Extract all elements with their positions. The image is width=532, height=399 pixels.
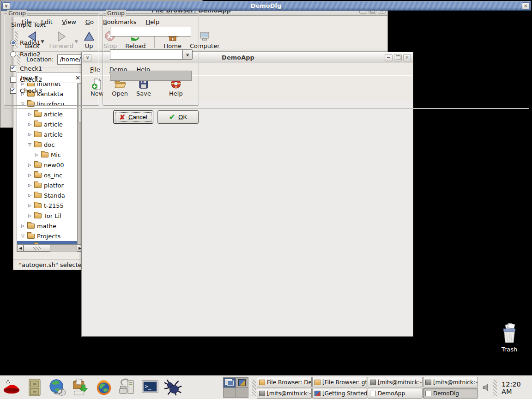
expander-icon[interactable] (28, 173, 34, 177)
radio2-row[interactable]: Radio2 (10, 50, 41, 58)
taskbar-window-terminal-1[interactable]: [mits@mitnick:~ (368, 377, 423, 387)
folder-icon (34, 183, 42, 188)
tree-item[interactable]: Mic (17, 150, 77, 160)
ok-button[interactable]: OK (157, 110, 199, 124)
tree-item[interactable]: platfor (17, 180, 77, 190)
trash-label: Trash (495, 346, 524, 353)
taskbar-window-terminal-3[interactable]: [mits@mitnick:~ (257, 388, 312, 399)
scroll-left-icon[interactable]: ◀ (17, 245, 24, 252)
radio-selected-icon[interactable] (10, 40, 16, 46)
folder-icon (27, 224, 35, 229)
tree-item[interactable]: Standa (17, 190, 77, 200)
folder-icon (34, 122, 42, 127)
expander-icon[interactable] (28, 183, 34, 187)
folder-icon (34, 173, 42, 178)
window-menu-icon[interactable] (2, 2, 10, 10)
hardware-browser-icon[interactable] (117, 377, 137, 398)
workspace-3[interactable] (224, 388, 236, 398)
check2-row[interactable]: Check2 (10, 76, 42, 84)
terminal-icon (370, 380, 376, 385)
tree-item[interactable]: doc (17, 139, 77, 150)
taskbar-window-getting-started[interactable]: [Getting Started (312, 388, 367, 399)
panel-handle[interactable] (493, 380, 497, 396)
folder-icon (34, 132, 42, 137)
bug-report-icon[interactable] (163, 377, 183, 398)
web-browser-icon[interactable] (48, 377, 67, 398)
ok-check-icon (169, 113, 175, 121)
tree-item[interactable]: article (17, 119, 77, 129)
package-manager-icon[interactable] (71, 377, 91, 398)
maximize-button[interactable] (394, 54, 402, 61)
file-manager-icon[interactable] (25, 377, 44, 398)
checkbox-checked-icon[interactable] (10, 66, 16, 72)
combo-dropdown-icon[interactable]: ∨ (182, 49, 193, 60)
workspace-2[interactable] (236, 378, 248, 387)
folder-icon (314, 380, 320, 385)
expander-icon[interactable] (28, 112, 34, 116)
taskbar-window-demoapp[interactable]: DemoApp (368, 388, 423, 399)
terminal-icon (259, 391, 265, 396)
group-legend: Group (106, 10, 126, 17)
folder-icon (41, 152, 48, 157)
combo-box[interactable]: ∨ (110, 49, 193, 60)
tree-item[interactable]: os_inc (17, 170, 77, 180)
scrollbar-thumb[interactable] (24, 245, 50, 252)
check3-row[interactable]: Check3 (10, 87, 42, 95)
workspace-1-active[interactable] (224, 378, 236, 387)
panel-handle[interactable] (252, 380, 256, 396)
tree-item-selected[interactable]: Demo (17, 241, 77, 244)
status-text: "autogen.sh" selected (19, 261, 85, 268)
taskbar-window-terminal-2[interactable]: [mits@mitnick:~ (423, 377, 478, 387)
expander-icon[interactable] (35, 152, 41, 157)
tree-horizontal-scrollbar[interactable]: ◀ ▶ (17, 244, 83, 252)
terminal-icon (425, 380, 431, 385)
expander-icon[interactable] (28, 193, 34, 198)
tree-item[interactable]: mathe (17, 221, 77, 231)
dialog-separator (3, 108, 529, 109)
minimize-button[interactable] (385, 54, 393, 61)
expander-icon[interactable] (28, 122, 34, 127)
expander-icon[interactable] (28, 132, 34, 137)
folder-icon (34, 213, 42, 218)
expander-icon[interactable] (21, 234, 27, 238)
window-icon (370, 391, 376, 396)
taskbar-window-demodlg[interactable]: DemoDlg (423, 388, 478, 399)
expander-icon[interactable] (21, 224, 27, 228)
expander-icon[interactable] (28, 142, 34, 147)
workspace-switcher[interactable] (223, 377, 248, 398)
tree-item[interactable]: article (17, 129, 77, 139)
tree-item[interactable]: t-2155 (17, 200, 77, 211)
volume-icon[interactable] (482, 383, 490, 393)
disabled-entry (110, 71, 192, 81)
main-menu-red-hat-icon[interactable] (2, 377, 21, 398)
tree-item[interactable]: Tor Lil (17, 211, 77, 221)
radio1-row[interactable]: Radio1 (10, 39, 41, 47)
close-button[interactable] (403, 54, 411, 61)
right-group-box: Group ∨ (103, 13, 199, 106)
folder-icon (259, 380, 265, 385)
demodlg-titlebar[interactable]: DemoDlg (1, 1, 531, 11)
expander-icon[interactable] (28, 213, 34, 218)
workspace-4[interactable] (236, 388, 248, 398)
cancel-button[interactable]: Cancel (113, 110, 153, 124)
checkbox-unchecked-icon[interactable] (10, 77, 16, 83)
combo-field[interactable] (110, 49, 183, 60)
radio-unselected-icon[interactable] (10, 51, 16, 57)
close-button[interactable] (522, 2, 530, 10)
folder-icon (34, 203, 42, 208)
cancel-x-icon (119, 113, 125, 121)
taskbar-window-file-browser[interactable]: File Browser: De (257, 377, 312, 387)
clock[interactable]: 12:20 AM (502, 376, 532, 399)
terminal-icon[interactable]: >_ (140, 377, 160, 398)
text-entry[interactable] (110, 27, 191, 36)
trash-desktop-icon[interactable]: Trash (495, 323, 524, 353)
taskbar-window-file-browser-gt[interactable]: [File Browser: gt (312, 377, 367, 387)
check1-row[interactable]: Check1 (10, 65, 42, 73)
tree-item[interactable]: new00 (17, 160, 77, 170)
expander-icon[interactable] (28, 203, 34, 208)
tree-item[interactable]: article (17, 109, 77, 119)
tree-item[interactable]: Projects (17, 231, 77, 241)
expander-icon[interactable] (28, 163, 34, 167)
checkbox-checked-icon[interactable] (10, 88, 16, 94)
mozilla-browser-icon[interactable] (94, 377, 114, 398)
